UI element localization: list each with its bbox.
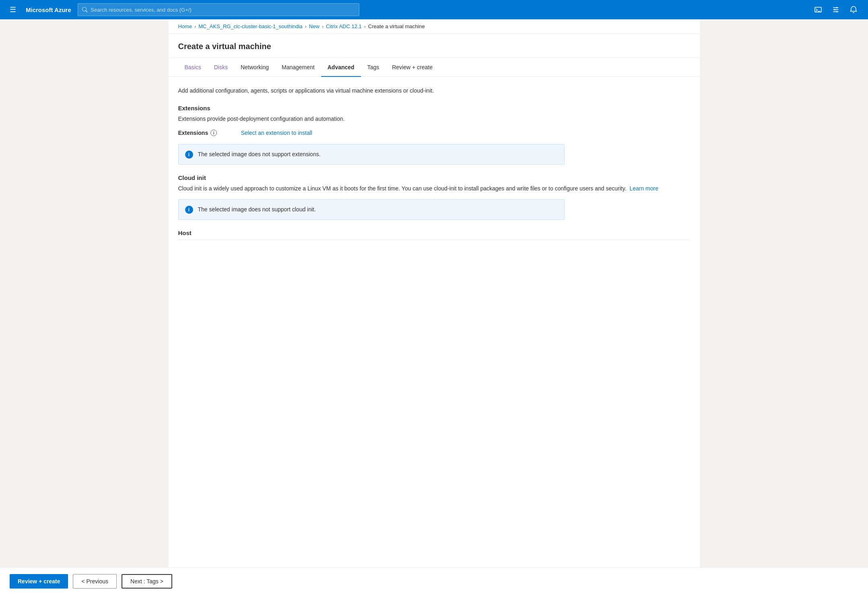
search-bar[interactable] [78,3,359,16]
cloud-shell-icon[interactable] [810,2,826,18]
cloud-init-heading: Cloud init [178,174,690,181]
breadcrumb-sep-1: › [194,24,196,29]
cloud-init-subtext: Cloud init is a widely used approach to … [178,184,690,193]
search-input[interactable] [91,7,355,13]
breadcrumb-sep-3: › [322,24,324,29]
topbar: ☰ Microsoft Azure [0,0,868,19]
extensions-subtext: Extensions provide post-deployment confi… [178,115,690,123]
portal-settings-icon[interactable] [828,2,844,18]
next-button[interactable]: Next : Tags > [122,574,172,589]
extensions-info-icon-circle: i [185,151,193,159]
extensions-info-text: The selected image does not support exte… [198,150,321,159]
tab-management[interactable]: Management [275,58,321,77]
svg-rect-4 [836,11,837,12]
svg-rect-2 [836,7,837,8]
cloud-init-info-box: i The selected image does not support cl… [178,199,565,220]
extensions-field-row: Extensions i Select an extension to inst… [178,130,690,136]
extensions-info-box: i The selected image does not support ex… [178,144,565,165]
tab-basics[interactable]: Basics [178,58,208,77]
topbar-icons [810,2,862,18]
extensions-label: Extensions i [178,130,235,136]
search-icon [82,7,88,12]
action-bar: Review + create < Previous Next : Tags > [0,567,868,595]
learn-more-link[interactable]: Learn more [629,185,658,192]
breadcrumb-sep-4: › [364,24,366,29]
extensions-heading: Extensions [178,105,690,112]
select-extension-link[interactable]: Select an extension to install [241,130,312,136]
breadcrumb-sep-2: › [305,24,307,29]
extensions-label-text: Extensions [178,130,208,136]
host-divider [178,240,690,240]
tab-review-create[interactable]: Review + create [386,58,439,77]
tab-disks[interactable]: Disks [208,58,234,77]
hamburger-menu[interactable]: ☰ [6,2,19,17]
breadcrumb-new[interactable]: New [309,23,320,29]
cloud-init-info-text: The selected image does not support clou… [198,205,316,214]
host-heading: Host [178,229,690,236]
svg-rect-3 [834,9,835,10]
breadcrumb-citrix[interactable]: Citrix ADC 12.1 [326,23,362,29]
tabs-container: Basics Disks Networking Management Advan… [169,58,700,77]
breadcrumb-resource-group[interactable]: MC_AKS_RG_cic-cluster-basic-1_southindia [198,23,303,29]
cloud-init-info-icon-circle: i [185,206,193,214]
breadcrumb: Home › MC_AKS_RG_cic-cluster-basic-1_sou… [169,19,700,34]
azure-logo: Microsoft Azure [26,6,71,13]
tab-networking[interactable]: Networking [234,58,275,77]
breadcrumb-home[interactable]: Home [178,23,192,29]
page-header: Create a virtual machine [169,34,700,58]
advanced-description: Add additional configuration, agents, sc… [178,87,690,95]
extensions-info-icon[interactable]: i [210,130,217,136]
previous-button[interactable]: < Previous [73,574,117,589]
tab-tags[interactable]: Tags [361,58,386,77]
notifications-icon[interactable] [845,2,862,18]
form-content: Add additional configuration, agents, sc… [169,77,700,318]
main-container: Home › MC_AKS_RG_cic-cluster-basic-1_sou… [169,19,700,595]
breadcrumb-current: Create a virtual machine [368,23,425,29]
page-title: Create a virtual machine [178,42,690,51]
tab-advanced[interactable]: Advanced [321,58,361,77]
cloud-init-subtext-text: Cloud init is a widely used approach to … [178,185,627,192]
review-create-button[interactable]: Review + create [10,574,68,589]
